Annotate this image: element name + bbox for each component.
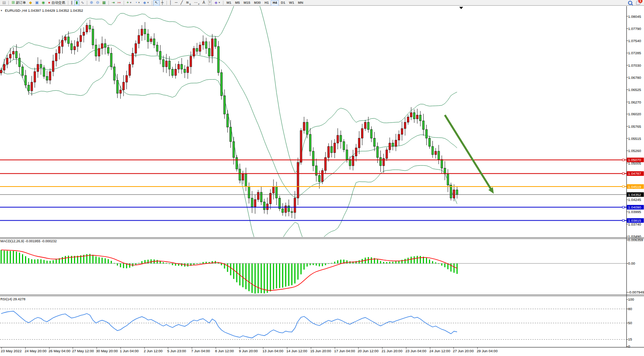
text-label-button[interactable]: T	[207, 0, 213, 6]
hline-handle[interactable]	[622, 186, 624, 188]
main-price-pane[interactable]	[0, 6, 627, 263]
metaeditor-button[interactable]: ◆	[28, 0, 34, 6]
macd-histogram-bar	[414, 256, 415, 263]
periods-button[interactable]: ◔▼	[134, 0, 142, 6]
macd-histogram-bar	[300, 263, 302, 274]
crosshair-button[interactable]: ┼	[160, 0, 165, 6]
auto-scroll-button[interactable]: ⇥	[110, 0, 116, 6]
new-order-icon: ⊞	[11, 0, 14, 5]
fibonacci-expansion-button[interactable]: ⋯F	[192, 0, 201, 6]
tile-windows-button[interactable]: ▦	[101, 0, 107, 6]
horizontal-line-button[interactable]: ─	[173, 0, 179, 6]
hline-handle[interactable]	[622, 173, 624, 174]
rsi-line	[1, 311, 457, 338]
hline-handle[interactable]	[622, 159, 624, 161]
pane-separator[interactable]	[0, 296, 644, 296]
timeframe-h4-button[interactable]: H4	[271, 0, 279, 6]
candle-body	[101, 44, 103, 49]
symbol-dropdown-icon[interactable]: ▾	[1, 9, 2, 12]
candle-body	[119, 90, 121, 93]
macd-histogram-bar	[288, 263, 289, 286]
indicators-button[interactable]: +▼	[125, 0, 134, 6]
macd-histogram-bar	[331, 263, 332, 263]
trendline-button[interactable]: ╱	[179, 0, 184, 6]
price-tick-label: 1.05765	[628, 124, 641, 129]
zoom-in-button[interactable]: ⊕	[88, 0, 94, 6]
arrows-button[interactable]: ◈▼	[213, 0, 222, 6]
chart-svg[interactable]: 1.080451.077901.075401.072851.070301.067…	[0, 6, 644, 356]
candle-body	[282, 209, 284, 212]
timeframe-m1-button[interactable]: M1	[225, 0, 233, 6]
macd-histogram-bar	[405, 259, 406, 263]
candle-body	[104, 44, 106, 47]
candle-body	[135, 44, 137, 53]
trend-arrow-line[interactable]	[445, 115, 492, 190]
timeframe-m15-button[interactable]: M15	[242, 0, 252, 6]
autotrading-icon: ●	[48, 0, 50, 5]
chart-area[interactable]: 1.080451.077901.075401.072851.070301.067…	[0, 6, 644, 356]
candlestick-chart-button[interactable]: ▮	[74, 0, 80, 6]
timeframe-m30-button[interactable]: M30	[252, 0, 263, 6]
chart-shift-button[interactable]: ↦	[116, 0, 122, 6]
rsi-pane[interactable]	[0, 309, 627, 340]
macd-histogram-bar	[172, 263, 173, 265]
notifications-icon[interactable]: 1	[636, 0, 641, 5]
candle-body	[291, 212, 293, 213]
candle-body	[450, 185, 452, 198]
macd-histogram-bar	[111, 261, 112, 263]
market-watch-button[interactable]: ▣	[34, 0, 40, 6]
bar-chart-button[interactable]: ∥	[69, 0, 74, 6]
price-tick-label: 1.03995	[628, 210, 641, 214]
candle-body	[34, 72, 36, 82]
autotrading-button[interactable]: ●自动交易	[47, 0, 67, 6]
time-tick-label: 5 Jun 23:00	[167, 349, 186, 353]
macd-histogram-bar	[270, 263, 271, 292]
chart-shift-icon: ↦	[118, 0, 121, 5]
new-chart-button[interactable]: ▤	[1, 0, 7, 6]
macd-histogram-bar	[291, 263, 292, 285]
signals-button[interactable]: ◉	[40, 0, 47, 6]
cursor-icon: ↖	[155, 0, 158, 5]
candle-body	[184, 69, 186, 72]
pane-separator[interactable]	[0, 238, 644, 239]
timeframe-h1-button[interactable]: H1	[262, 0, 271, 6]
macd-pane[interactable]	[0, 250, 627, 293]
chart-shift-marker-icon[interactable]	[459, 7, 463, 9]
macd-histogram-bar	[242, 263, 243, 287]
templates-button[interactable]: ◈▼	[142, 0, 151, 6]
macd-histogram-bar	[328, 263, 329, 264]
candle-body	[95, 45, 97, 56]
macd-histogram-bar	[19, 252, 20, 263]
time-tick-label: 8 Jun 12:00	[215, 349, 234, 353]
timeframe-d1-button[interactable]: D1	[279, 0, 287, 6]
cursor-button[interactable]: ↖	[153, 0, 159, 6]
candle-body	[113, 67, 115, 80]
timeframe-m5-button[interactable]: M5	[233, 0, 242, 6]
pane-separator[interactable]	[0, 295, 644, 295]
candle-body	[355, 148, 357, 156]
timeframe-mn-button[interactable]: MN	[296, 0, 305, 6]
zoom-out-button[interactable]: ⊖	[94, 0, 101, 6]
price-tick-label: 1.06020	[628, 112, 641, 116]
macd-histogram-bar	[285, 263, 286, 287]
fibonacci-retracement-button[interactable]: ≋E	[184, 0, 192, 6]
macd-histogram-bar	[411, 257, 412, 263]
line-chart-button[interactable]: ∿	[79, 0, 85, 6]
hline-handle[interactable]	[622, 206, 624, 208]
new-order-label: 新订单	[16, 0, 26, 5]
search-icon[interactable]	[628, 1, 632, 5]
candle-body	[407, 117, 409, 122]
macd-histogram-bar	[141, 261, 143, 263]
hline-handle[interactable]	[622, 220, 624, 221]
vertical-line-button[interactable]: │	[168, 0, 173, 6]
candle-body	[177, 64, 179, 69]
candle-body	[266, 204, 268, 210]
candle-body	[325, 157, 327, 170]
pane-separator[interactable]	[0, 237, 644, 238]
candle-body	[107, 47, 109, 53]
text-button[interactable]: A	[201, 0, 207, 6]
candle-body	[61, 40, 63, 47]
candle-body	[6, 58, 8, 64]
timeframe-w1-button[interactable]: W1	[287, 0, 296, 6]
new-order-button[interactable]: ⊞新订单	[10, 0, 27, 6]
